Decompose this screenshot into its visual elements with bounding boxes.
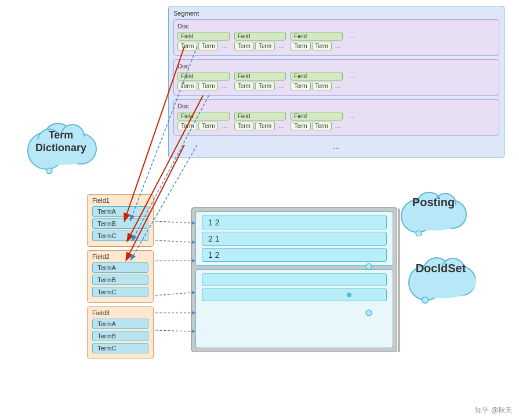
ellipsis: ...: [219, 42, 229, 50]
field-label-2-2: Field: [234, 72, 286, 81]
term-box: Term: [234, 82, 254, 90]
field1-termC: TermC: [92, 231, 148, 241]
ellipsis: ...: [333, 82, 343, 90]
term-box: Term: [177, 122, 197, 130]
ellipsis: ...: [276, 122, 286, 130]
field-label-1-1: Field: [177, 32, 230, 41]
field-label-3-1: Field: [177, 112, 230, 120]
terms-row-2-1: Term Term ...: [177, 82, 230, 90]
segment-block: Segment Doc Field Term Term ... Field Te…: [168, 6, 505, 158]
field2-termA: TermA: [92, 262, 148, 273]
ellipsis: ...: [347, 32, 357, 40]
field-label-2-1: Field: [177, 72, 230, 81]
terms-row-2-2: Term Term ...: [234, 82, 286, 90]
ellipsis: ...: [347, 112, 357, 120]
field-label-2-3: Field: [291, 72, 343, 81]
field2-label: Field2: [92, 253, 148, 260]
fields-row-1: Field Term Term ... Field Term Term ... …: [177, 32, 495, 50]
ellipsis: ...: [276, 82, 286, 90]
posting-row-2: 2 1: [202, 232, 387, 246]
term-box: Term: [234, 122, 254, 130]
posting-panel: 1 2 2 1 1 2: [191, 207, 397, 352]
term-box: Term: [198, 122, 218, 130]
posting-top-panel: 1 2 2 1 1 2: [195, 211, 393, 266]
doc-label-1: Doc: [177, 23, 495, 30]
ellipsis: ...: [333, 42, 343, 50]
svg-line-31: [155, 221, 191, 223]
field-label-3-3: Field: [291, 112, 343, 120]
fields-row-2: Field Term Term ... Field Term Term ... …: [177, 72, 495, 90]
svg-point-15: [416, 231, 422, 236]
terms-row-3-2: Term Term ...: [234, 122, 286, 130]
doc-block-3: Doc Field Term Term ... Field Term Term …: [173, 99, 499, 136]
posting-row-3: 1 2: [202, 248, 387, 262]
terms-row-3-1: Term Term ...: [177, 122, 230, 130]
field-group-2-3: Field Term Term ...: [291, 72, 343, 90]
field2-termC: TermC: [92, 287, 148, 297]
field-label-3-2: Field: [234, 112, 286, 120]
posting-cloud: Posting: [383, 184, 484, 236]
terms-row-1-2: Term Term ...: [234, 42, 286, 50]
term-box: Term: [291, 82, 310, 90]
svg-point-7: [46, 168, 52, 174]
field-group-1-2: Field Term Term ...: [234, 32, 286, 50]
field-group-3-3: Field Term Term ...: [291, 112, 343, 130]
term-dictionary-label: Term Dictionary: [23, 129, 99, 154]
term-box: Term: [234, 42, 254, 50]
term-box: Term: [177, 82, 197, 90]
posting-label: Posting: [394, 196, 473, 209]
svg-line-41: [155, 330, 191, 331]
segment-label: Segment: [173, 10, 499, 17]
terms-row-3-3: Term Term ...: [291, 122, 343, 130]
field1-termA: TermA: [92, 206, 148, 217]
term-box: Term: [255, 82, 275, 90]
field-section-1: Field1 TermA TermB TermC: [87, 194, 154, 247]
field-section-3: Field3 TermA TermB TermC: [87, 306, 154, 359]
term-box: Term: [291, 42, 310, 50]
watermark: 知乎 @秋天: [475, 406, 512, 415]
field2-termB: TermB: [92, 275, 148, 285]
ellipsis: ...: [276, 42, 286, 50]
posting-empty-row-1: [202, 273, 387, 286]
field3-termA: TermA: [92, 319, 148, 329]
term-dictionary-cloud: Term Dictionary: [6, 113, 122, 174]
field1-termB: TermB: [92, 218, 148, 229]
doc-block-2: Doc Field Term Term ... Field Term Term …: [173, 59, 499, 96]
field-group-1-1: Field Term Term ...: [177, 32, 230, 50]
term-box: Term: [177, 42, 197, 50]
doc-label-2: Doc: [177, 63, 495, 70]
ellipsis: ...: [219, 122, 229, 130]
field3-termC: TermC: [92, 343, 148, 353]
ellipsis: ...: [333, 122, 343, 130]
field-group-3-2: Field Term Term ...: [234, 112, 286, 130]
doc-label-3: Doc: [177, 103, 495, 109]
terms-row-1-1: Term Term ...: [177, 42, 230, 50]
field-dict-area: Field1 TermA TermB TermC Field2 TermA Te…: [87, 194, 154, 359]
ellipsis: ...: [219, 82, 229, 90]
posting-row-1: 1 2: [202, 216, 387, 229]
term-box: Term: [198, 82, 218, 90]
field3-termB: TermB: [92, 331, 148, 341]
doc-block-1: Doc Field Term Term ... Field Term Term …: [173, 19, 499, 56]
segment-more-ellipsis: ...: [173, 139, 499, 151]
field-group-2-1: Field Term Term ...: [177, 72, 230, 90]
field-group-1-3: Field Term Term ...: [291, 32, 343, 50]
field1-label: Field1: [92, 197, 148, 204]
terms-row-1-3: Term Term ...: [291, 42, 343, 50]
term-box: Term: [312, 82, 332, 90]
field-label-1-2: Field: [234, 32, 286, 41]
term-box: Term: [312, 42, 332, 50]
ellipsis: ...: [347, 72, 357, 80]
field-group-3-1: Field Term Term ...: [177, 112, 230, 130]
field3-label: Field3: [92, 309, 148, 316]
svg-line-33: [155, 240, 191, 242]
term-box: Term: [198, 42, 218, 50]
term-box: Term: [291, 122, 310, 130]
field-group-2-2: Field Term Term ...: [234, 72, 286, 90]
term-box: Term: [255, 42, 275, 50]
svg-point-23: [422, 297, 429, 304]
field-section-2: Field2 TermA TermB TermC: [87, 250, 154, 303]
terms-row-2-3: Term Term ...: [291, 82, 343, 90]
posting-bottom-panel: [195, 269, 393, 348]
term-box: Term: [312, 122, 332, 130]
